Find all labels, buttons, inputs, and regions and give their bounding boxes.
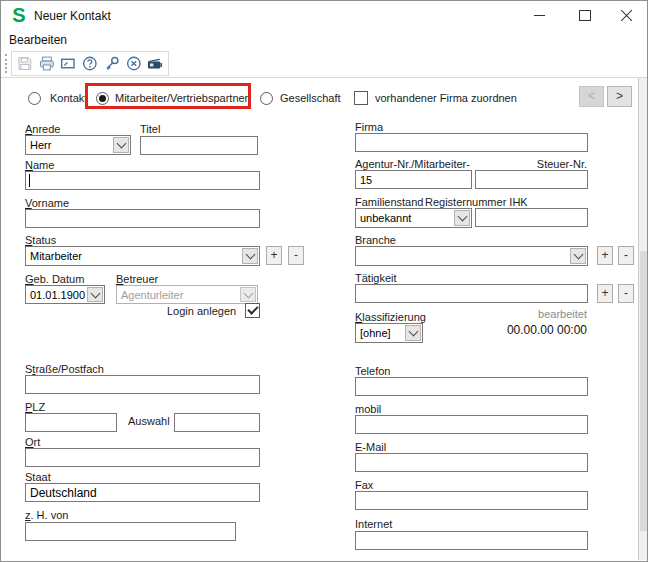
radio-mitarbeiter-vertriebspartner[interactable] bbox=[96, 92, 109, 105]
plz-input[interactable] bbox=[25, 413, 117, 432]
camera-icon[interactable] bbox=[147, 55, 163, 72]
toolbar-separator bbox=[1, 77, 647, 78]
klassifizierung-select[interactable]: [ohne] bbox=[355, 323, 423, 343]
toolbar bbox=[11, 51, 169, 76]
screen-icon[interactable] bbox=[60, 55, 76, 72]
auswahl-label: Auswahl bbox=[128, 415, 170, 428]
chevron-down-icon bbox=[245, 250, 255, 260]
klassifizierung-dropdown-arrow[interactable] bbox=[405, 325, 421, 341]
print-icon[interactable] bbox=[39, 55, 55, 72]
login-anlegen-label: Login anlegen bbox=[167, 305, 236, 318]
cancel-icon[interactable] bbox=[126, 55, 142, 72]
firma-input[interactable] bbox=[355, 133, 588, 152]
branche-dropdown-arrow[interactable] bbox=[570, 248, 586, 264]
email-input[interactable] bbox=[355, 453, 588, 472]
mobil-input[interactable] bbox=[355, 415, 588, 434]
strasse-postfach-input[interactable] bbox=[25, 375, 260, 394]
text-caret bbox=[29, 174, 30, 187]
radio-gesellschaft[interactable] bbox=[260, 92, 273, 105]
familienstand-select[interactable]: unbekannt bbox=[355, 208, 472, 228]
geb-datum-value: 01.01.1900 bbox=[26, 286, 86, 303]
neuer-kontakt-window: S Neuer Kontakt Bearbeiten bbox=[0, 0, 648, 562]
save-icon[interactable] bbox=[17, 55, 33, 72]
klassifizierung-value: [ohne] bbox=[356, 324, 404, 342]
telefon-input[interactable] bbox=[355, 377, 588, 396]
betreuer-value: Agenturleiter bbox=[117, 286, 239, 303]
branche-remove-button[interactable]: - bbox=[618, 246, 634, 265]
status-select[interactable]: Mitarbeiter bbox=[25, 246, 260, 266]
app-logo-icon: S bbox=[9, 5, 29, 25]
internet-input[interactable] bbox=[355, 531, 588, 550]
branche-select[interactable] bbox=[355, 246, 588, 266]
toolbar-grip[interactable] bbox=[5, 54, 7, 73]
radio-gesellschaft-label[interactable]: Gesellschaft bbox=[280, 92, 341, 105]
chevron-down-icon bbox=[408, 327, 418, 337]
titel-label: Titel bbox=[140, 123, 160, 136]
status-add-button[interactable]: + bbox=[266, 246, 282, 265]
internet-label: Internet bbox=[355, 518, 392, 531]
fax-input[interactable] bbox=[355, 491, 588, 510]
betreuer-select: Agenturleiter bbox=[116, 285, 258, 304]
chevron-down-icon bbox=[243, 288, 253, 298]
geb-datum-dropdown-arrow[interactable] bbox=[87, 287, 103, 302]
agentur-nr-input[interactable] bbox=[355, 170, 472, 189]
minimize-icon bbox=[534, 15, 545, 16]
taetigkeit-remove-button[interactable]: - bbox=[618, 284, 634, 303]
chevron-down-icon bbox=[90, 288, 100, 298]
login-anlegen-checkbox[interactable] bbox=[245, 303, 260, 318]
close-button[interactable] bbox=[605, 1, 648, 30]
menu-item-bearbeiten[interactable]: Bearbeiten bbox=[9, 33, 67, 47]
familienstand-value: unbekannt bbox=[356, 209, 453, 227]
vorname-input[interactable] bbox=[25, 209, 260, 228]
maximize-button[interactable] bbox=[562, 1, 607, 30]
radio-mitarbeiter-vertriebspartner-label[interactable]: Mitarbeiter/Vertriebspartner bbox=[115, 92, 248, 105]
auswahl-input[interactable] bbox=[174, 413, 260, 432]
steuer-nr-input[interactable] bbox=[475, 170, 588, 189]
branche-value bbox=[356, 247, 569, 265]
chevron-down-icon bbox=[573, 250, 583, 260]
assign-company-checkbox[interactable] bbox=[354, 91, 368, 105]
titel-input[interactable] bbox=[140, 136, 258, 155]
ort-input[interactable] bbox=[25, 448, 260, 467]
maximize-icon bbox=[579, 10, 591, 21]
geb-datum-select[interactable]: 01.01.1900 bbox=[25, 285, 105, 304]
next-record-button[interactable]: > bbox=[607, 86, 632, 107]
z-h-von-label: z. H. von bbox=[25, 509, 68, 522]
status-dropdown-arrow[interactable] bbox=[242, 248, 258, 264]
registernummer-ihk-input[interactable] bbox=[475, 208, 588, 227]
name-input[interactable] bbox=[25, 171, 260, 190]
panel-edge-divider bbox=[638, 78, 639, 560]
assign-company-label[interactable]: vorhandener Firma zuordnen bbox=[375, 92, 517, 105]
staat-input[interactable] bbox=[25, 483, 260, 502]
taetigkeit-input[interactable] bbox=[355, 284, 588, 303]
status-value: Mitarbeiter bbox=[26, 247, 241, 265]
radio-kontakt-label[interactable]: Kontakt bbox=[50, 92, 87, 105]
taetigkeit-add-button[interactable]: + bbox=[597, 284, 613, 303]
window-title: Neuer Kontakt bbox=[34, 9, 111, 23]
title-bar: S Neuer Kontakt bbox=[1, 1, 647, 31]
bearbeitet-label: bearbeitet bbox=[471, 308, 587, 321]
chevron-down-icon bbox=[457, 212, 467, 222]
key-icon[interactable] bbox=[104, 55, 120, 72]
scrollbar-thumb[interactable] bbox=[640, 251, 647, 531]
bearbeitet-value: 00.00.00 00:00 bbox=[451, 323, 587, 337]
z-h-von-input[interactable] bbox=[25, 522, 236, 541]
chevron-down-icon bbox=[116, 139, 126, 149]
anrede-dropdown-arrow[interactable] bbox=[113, 137, 129, 153]
anrede-value: Herr bbox=[26, 136, 112, 154]
close-icon bbox=[620, 9, 633, 22]
branche-add-button[interactable]: + bbox=[597, 246, 613, 265]
help-icon[interactable] bbox=[82, 55, 98, 72]
betreuer-dropdown-arrow bbox=[240, 287, 256, 302]
familienstand-dropdown-arrow[interactable] bbox=[454, 210, 470, 226]
minimize-button[interactable] bbox=[517, 1, 562, 30]
radio-kontakt[interactable] bbox=[28, 92, 41, 105]
status-remove-button[interactable]: - bbox=[288, 246, 304, 265]
prev-record-button[interactable]: < bbox=[579, 86, 604, 107]
anrede-select[interactable]: Herr bbox=[25, 135, 131, 155]
